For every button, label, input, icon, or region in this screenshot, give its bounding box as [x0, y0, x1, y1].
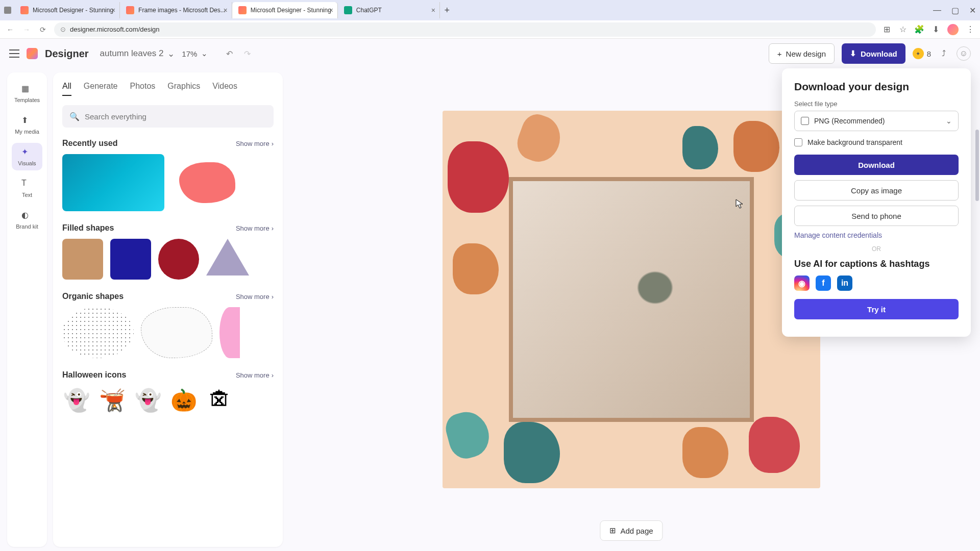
- rail-mymedia[interactable]: ⬆My media: [12, 111, 42, 139]
- credits-count: 8: [927, 49, 931, 58]
- link-label: Show more: [236, 224, 270, 232]
- downloads-icon[interactable]: ⬇: [931, 25, 940, 34]
- tab-videos[interactable]: Videos: [212, 82, 237, 96]
- cauldron-icon[interactable]: 🫕: [98, 386, 127, 414]
- share-icon[interactable]: ⤴: [938, 48, 949, 59]
- leaf-decoration: [749, 417, 800, 473]
- menu-icon[interactable]: ⋮: [966, 25, 975, 34]
- tab-all[interactable]: All: [62, 82, 71, 96]
- shape-square-tan[interactable]: [62, 239, 103, 280]
- browser-tab[interactable]: ChatGPT×: [338, 2, 440, 18]
- close-icon[interactable]: ×: [431, 6, 435, 14]
- checkbox-icon: [794, 138, 802, 146]
- add-page-button[interactable]: ⊞ Add page: [600, 520, 663, 541]
- linkedin-icon[interactable]: in: [837, 276, 852, 291]
- organic-shape-blob[interactable]: [141, 307, 212, 358]
- image-icon: [801, 117, 809, 125]
- chevron-down-icon: ⌄: [946, 117, 952, 125]
- zoom-control[interactable]: 17% ⌄: [182, 49, 208, 58]
- rail-templates[interactable]: ▦Templates: [12, 80, 42, 107]
- haunted-house-icon[interactable]: 🏚: [205, 386, 234, 414]
- text-icon: T: [21, 179, 33, 190]
- file-type-select[interactable]: PNG (Recommended) ⌄: [794, 111, 959, 131]
- browser-tab[interactable]: Microsoft Designer - Stunning×: [232, 2, 338, 18]
- instagram-icon[interactable]: ◉: [794, 276, 810, 291]
- back-icon[interactable]: ←: [5, 26, 15, 34]
- tabs-menu-icon[interactable]: [4, 7, 11, 14]
- transparent-checkbox[interactable]: Make background transparent: [794, 138, 959, 146]
- rail-label: Templates: [14, 97, 40, 103]
- undo-icon[interactable]: ↶: [226, 49, 233, 59]
- rail-visuals[interactable]: ✦Visuals: [12, 143, 42, 170]
- maximize-icon[interactable]: ▢: [951, 6, 959, 15]
- close-icon[interactable]: ×: [111, 6, 115, 14]
- reload-icon[interactable]: ⟳: [38, 26, 48, 34]
- url-text: designer.microsoft.com/design: [70, 26, 160, 33]
- section-title: Halloween icons: [62, 370, 126, 380]
- show-more-link[interactable]: Show more›: [236, 293, 274, 300]
- link-label: Show more: [236, 293, 270, 300]
- send-to-phone-button[interactable]: Send to phone: [794, 206, 959, 226]
- install-app-icon[interactable]: ⊞: [882, 25, 891, 34]
- organic-shape-pink[interactable]: [219, 307, 240, 358]
- leaf-decoration: [504, 422, 560, 483]
- tab-photos[interactable]: Photos: [130, 82, 156, 96]
- favorite-icon[interactable]: ☆: [898, 25, 908, 34]
- design-artwork[interactable]: [443, 111, 820, 488]
- show-more-link[interactable]: Show more›: [236, 224, 274, 232]
- copy-image-button[interactable]: Copy as image: [794, 180, 959, 201]
- recent-thumb-blob[interactable]: [172, 154, 243, 211]
- credits-badge[interactable]: ✦ 8: [913, 48, 931, 59]
- search-box[interactable]: 🔍: [62, 105, 274, 128]
- show-more-link[interactable]: Show more›: [236, 371, 274, 379]
- project-name-dropdown[interactable]: autumn leaves 2 ⌄: [100, 48, 175, 59]
- sparkle-icon: ✦: [21, 147, 33, 158]
- close-icon[interactable]: ×: [224, 6, 228, 14]
- new-design-button[interactable]: + New design: [769, 43, 835, 64]
- browser-tab-strip: Microsoft Designer - Stunning× Frame ima…: [0, 0, 980, 20]
- pumpkin-icon[interactable]: 🎃: [169, 386, 198, 414]
- new-tab-button[interactable]: +: [440, 3, 454, 17]
- shape-triangle[interactable]: [206, 239, 249, 276]
- recent-thumb-gradient[interactable]: [62, 154, 164, 211]
- tab-generate[interactable]: Generate: [84, 82, 118, 96]
- shape-square-blue[interactable]: [110, 239, 151, 280]
- palette-icon: ◐: [21, 210, 33, 221]
- show-more-link[interactable]: Show more›: [236, 140, 274, 147]
- leaf-decoration: [453, 243, 499, 294]
- shape-circle-red[interactable]: [158, 239, 199, 280]
- ghost-icon[interactable]: 👻: [62, 386, 91, 414]
- close-window-icon[interactable]: ✕: [969, 6, 976, 15]
- browser-tab[interactable]: Microsoft Designer - Stunning×: [14, 2, 120, 18]
- download-confirm-button[interactable]: Download: [794, 155, 959, 175]
- site-info-icon[interactable]: ⊙: [60, 26, 66, 33]
- rail-brandkit[interactable]: ◐Brand kit: [12, 206, 42, 234]
- search-input[interactable]: [85, 112, 266, 121]
- facebook-icon[interactable]: f: [816, 276, 831, 291]
- url-bar[interactable]: ⊙ designer.microsoft.com/design: [54, 22, 876, 37]
- organic-shape-dots[interactable]: [62, 307, 134, 358]
- search-icon: 🔍: [69, 112, 80, 121]
- close-icon[interactable]: ×: [329, 6, 333, 14]
- account-icon[interactable]: ☺: [957, 46, 971, 61]
- tab-graphics[interactable]: Graphics: [167, 82, 200, 96]
- cat-photo: [513, 181, 750, 418]
- manage-credentials-link[interactable]: Manage content credentials: [794, 231, 959, 239]
- ghost-icon[interactable]: 👻: [134, 386, 162, 414]
- profile-avatar-icon[interactable]: [947, 24, 959, 35]
- app-brand: Designer: [45, 48, 89, 60]
- window-controls: — ▢ ✕: [933, 6, 976, 15]
- forward-icon[interactable]: →: [21, 26, 32, 34]
- try-it-button[interactable]: Try it: [794, 299, 959, 319]
- minimize-icon[interactable]: —: [933, 6, 941, 15]
- download-button[interactable]: ⬇ Download: [842, 43, 905, 64]
- popover-title: Download your design: [794, 81, 959, 93]
- canvas-area[interactable]: ⊞ Add page Download your design Select f…: [283, 68, 980, 551]
- rail-text[interactable]: TText: [12, 174, 42, 202]
- tab-title: ChatGPT: [356, 7, 382, 14]
- hamburger-menu-icon[interactable]: [9, 49, 19, 58]
- button-label: Add page: [620, 527, 653, 535]
- browser-tab[interactable]: Frame images - Microsoft Des...×: [120, 2, 232, 18]
- extensions-icon[interactable]: 🧩: [915, 25, 924, 34]
- redo-icon[interactable]: ↷: [244, 49, 251, 59]
